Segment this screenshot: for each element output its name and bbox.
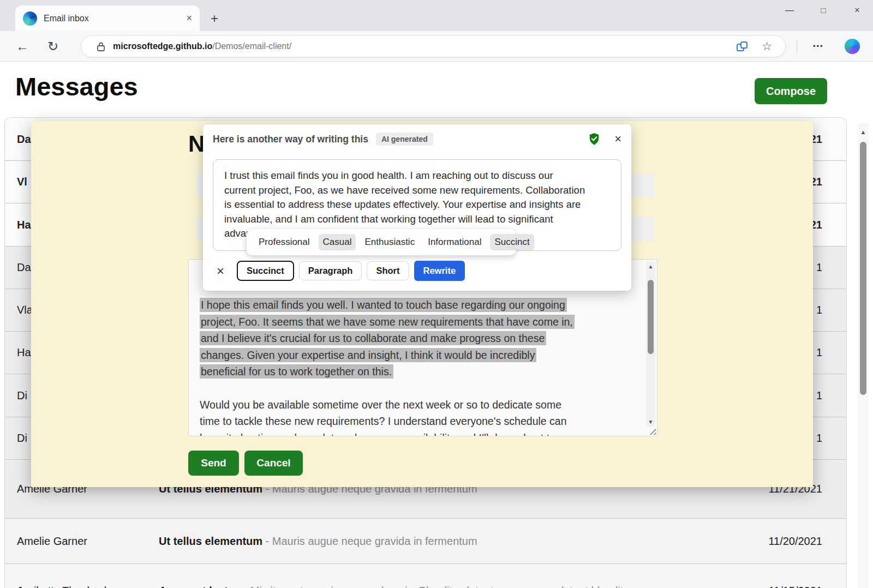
back-button[interactable]: ← xyxy=(14,39,31,54)
compose-body-text: I hope this email finds you well. I want… xyxy=(200,297,639,436)
url-text: microsoftedge.github.io/Demos/email-clie… xyxy=(113,41,736,51)
scroll-up-icon[interactable]: ▲ xyxy=(858,129,869,135)
send-button[interactable]: Send xyxy=(188,451,239,476)
new-tab-button[interactable]: + xyxy=(211,12,218,25)
email-client-page: Messages Compose Da 21 Vl 21 Ha 21 Da 1 … xyxy=(0,62,873,588)
sender-name: Di xyxy=(17,389,27,402)
page-title: Messages xyxy=(15,71,138,101)
cancel-button[interactable]: Cancel xyxy=(244,451,303,476)
textarea-scrollbar[interactable]: ▲ ▼ xyxy=(646,262,655,427)
window-close-button[interactable]: × xyxy=(851,5,863,15)
email-subject: Augue ut lectus xyxy=(159,585,241,588)
length-short-button[interactable]: Short xyxy=(367,261,409,280)
address-bar[interactable]: microsoftedge.github.io/Demos/email-clie… xyxy=(81,35,786,57)
email-subject: Ut tellus elementum xyxy=(159,535,262,547)
format-paragraph-button[interactable]: Paragraph xyxy=(299,261,362,280)
email-date: 1 xyxy=(816,304,822,316)
tone-informational[interactable]: Informational xyxy=(423,234,486,250)
tab-title: Email inbox xyxy=(44,14,180,23)
tone-professional[interactable]: Professional xyxy=(254,234,314,250)
rewrite-button[interactable]: Rewrite xyxy=(414,261,465,281)
sender-name: Da xyxy=(17,133,31,146)
browser-toolbar: ← ↻ microsoftedge.github.io/Demos/email-… xyxy=(0,31,873,62)
lock-icon xyxy=(97,41,105,51)
email-snippet: Augue ut lectus - Mi sit amet mauris com… xyxy=(159,585,748,588)
settings-more-icon[interactable]: ••• xyxy=(813,42,824,50)
sender-name: Jovikutty Thankachan xyxy=(17,585,122,588)
compose-heading-fragment: N xyxy=(188,131,205,157)
selected-text-line: I hope this email finds you well. I want… xyxy=(200,298,567,312)
sender-name: Vl xyxy=(17,176,27,188)
sender-name: Ha xyxy=(17,219,31,231)
scroll-up-icon[interactable]: ▲ xyxy=(646,263,655,269)
sender-name: Da xyxy=(17,261,31,274)
selected-text-line: beneficial for us to work together on th… xyxy=(200,364,393,379)
popup-header: Here is another way of writing this AI g… xyxy=(213,132,621,146)
email-date: 1 xyxy=(816,346,822,359)
email-date: 11/20/2021 xyxy=(768,535,822,548)
tone-succinct[interactable]: Succinct xyxy=(490,234,534,250)
body-text-line: Would you be available sometime over the… xyxy=(200,397,639,413)
copilot-icon[interactable] xyxy=(845,39,860,54)
toolbar-close-icon[interactable]: × xyxy=(217,263,224,279)
sender-name: Ha xyxy=(17,346,31,359)
suggestion-line: current project, Foo, as we have receive… xyxy=(224,183,610,198)
favorites-star-icon[interactable]: ☆ xyxy=(762,40,772,53)
tab-close-icon[interactable]: × xyxy=(186,13,192,24)
toolbar-divider xyxy=(797,40,797,53)
rewrite-popup: Here is another way of writing this AI g… xyxy=(203,124,631,291)
edge-logo-icon xyxy=(23,11,37,26)
email-date: 1 xyxy=(816,261,822,274)
email-date: 11/15/2021 xyxy=(768,585,822,588)
scrollbar-thumb[interactable] xyxy=(860,142,866,395)
minimize-button[interactable]: — xyxy=(784,5,796,15)
shield-check-icon xyxy=(588,133,600,146)
list-item[interactable]: Amelie Garner Ut tellus elementum - Maur… xyxy=(5,518,846,563)
length-succinct-button[interactable]: Succinct xyxy=(237,261,294,281)
body-text-line: time to tackle these new requirements? I… xyxy=(200,413,639,430)
compose-button[interactable]: Compose xyxy=(755,78,827,104)
scrollbar-thumb[interactable] xyxy=(648,280,654,354)
tone-selector: Professional Casual Enthusiastic Informa… xyxy=(247,229,516,255)
page-scrollbar[interactable]: ▲ ▼ xyxy=(858,123,869,588)
browser-tab[interactable]: Email inbox × xyxy=(15,5,200,31)
tone-casual[interactable]: Casual xyxy=(319,234,356,250)
popup-title: Here is another way of writing this xyxy=(213,134,368,145)
scroll-down-icon[interactable]: ▼ xyxy=(646,419,655,425)
ai-generated-badge: AI generated xyxy=(376,133,433,146)
sender-name: Di xyxy=(17,432,27,445)
tab-strip: Email inbox × + — □ × xyxy=(0,0,873,31)
email-preview: - Mi sit amet mauris commodo quis. Bland… xyxy=(241,585,623,588)
url-path: /Demos/email-client/ xyxy=(212,41,291,51)
selected-text-line: and I believe it's crucial for us to col… xyxy=(200,331,546,345)
sender-name: Vla xyxy=(17,304,33,316)
body-text-line-clipped: be quite hectic, so please let me know y… xyxy=(200,430,639,437)
popup-close-icon[interactable]: × xyxy=(614,132,621,146)
split-screen-icon[interactable] xyxy=(736,40,749,53)
refresh-button[interactable]: ↻ xyxy=(45,39,61,54)
selected-text-line: project, Foo. It seems that we have some… xyxy=(200,315,575,329)
suggestion-line: invaluable, and I am confident that work… xyxy=(224,212,610,227)
suggestion-line: is essential to address these updates ef… xyxy=(224,197,610,212)
url-host: microsoftedge.github.io xyxy=(113,41,212,51)
suggestion-line: I trust this email finds you in good hea… xyxy=(224,169,610,183)
selected-text-line: changes. Given your expertise and insigh… xyxy=(200,348,536,362)
email-preview: - Mauris augue neque gravida in fermentu… xyxy=(262,535,477,547)
sender-name: Amelie Garner xyxy=(17,535,87,548)
maximize-button[interactable]: □ xyxy=(817,5,829,15)
email-date: 1 xyxy=(816,432,822,445)
email-date: 1 xyxy=(816,389,822,402)
resize-grip[interactable] xyxy=(648,427,656,435)
tone-enthusiastic[interactable]: Enthusiastic xyxy=(360,234,419,250)
rewrite-toolbar: × Succinct Paragraph Short Rewrite xyxy=(217,261,465,281)
list-item[interactable]: Jovikutty Thankachan Augue ut lectus - M… xyxy=(5,563,846,588)
email-snippet: Ut tellus elementum - Mauris augue neque… xyxy=(159,535,748,548)
